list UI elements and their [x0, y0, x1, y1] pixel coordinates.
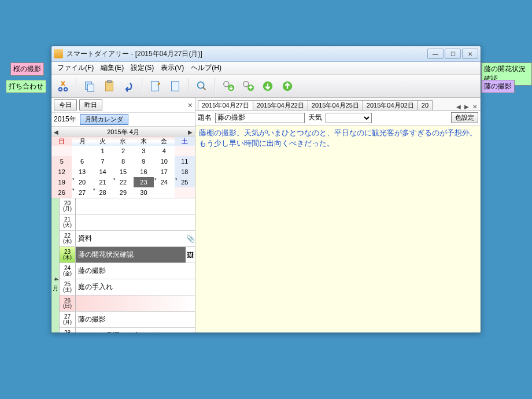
list-item[interactable]: 25(土)庭の手入れ — [60, 279, 195, 295]
cal-day[interactable]: 7 — [93, 156, 113, 167]
today-button[interactable]: 今日 — [54, 99, 77, 110]
cal-day[interactable] — [154, 187, 174, 198]
paste-icon[interactable] — [102, 79, 116, 93]
cal-day[interactable]: 18 — [175, 167, 195, 177]
weather-select[interactable] — [326, 113, 372, 123]
list-item[interactable]: 23(木)藤の開花状況確認🖼 — [60, 247, 195, 263]
close-button[interactable]: ✕ — [462, 49, 478, 59]
cal-day[interactable]: 5 — [51, 156, 72, 167]
menu-view[interactable]: 表示(V) — [157, 62, 187, 74]
svg-rect-6 — [152, 81, 159, 91]
cal-day[interactable]: 3 — [134, 146, 154, 156]
cal-day[interactable]: 15 — [113, 167, 133, 177]
list-item[interactable]: 22(水)資料📎 — [60, 231, 195, 247]
tab-scroll-right-icon[interactable]: ▶ — [463, 104, 470, 110]
yesterday-button[interactable]: 昨日 — [79, 99, 102, 110]
cal-day[interactable] — [175, 187, 195, 198]
cal-day[interactable]: 10 — [154, 156, 174, 167]
list-item[interactable]: 26(日) — [60, 295, 195, 312]
cal-day[interactable]: 25 — [175, 177, 195, 187]
cal-day[interactable]: 13 — [72, 167, 92, 177]
list-item[interactable]: 21(火) — [60, 215, 195, 231]
desktop-tag[interactable]: 藤の撮影 — [481, 80, 515, 93]
cal-day[interactable]: 12 — [51, 167, 72, 177]
menu-edit[interactable]: 編集(E) — [97, 62, 127, 74]
tab[interactable]: 2015年04月27日 — [198, 100, 253, 110]
undo-icon[interactable] — [122, 79, 136, 93]
cal-day[interactable]: 16 — [134, 167, 154, 177]
tab[interactable]: 2015年04月22日 — [253, 100, 308, 110]
month-calendar-button[interactable]: 月間カレンダ — [80, 114, 128, 125]
cal-day[interactable]: 19 — [51, 177, 72, 187]
search-down-icon[interactable] — [221, 79, 235, 93]
titlebar[interactable]: スマートダイアリー - [2015年04月27日(月)] — ☐ ✕ — [51, 46, 481, 62]
cal-day[interactable] — [72, 146, 92, 156]
cal-day[interactable] — [175, 146, 195, 156]
cal-day[interactable]: 4 — [154, 146, 174, 156]
menu-help[interactable]: ヘルプ(H) — [187, 62, 225, 74]
entry-text: 藤の撮影 — [76, 312, 195, 327]
menu-file[interactable]: ファイル(F) — [54, 62, 97, 74]
cal-day[interactable]: 11 — [175, 156, 195, 167]
down-icon[interactable] — [261, 79, 275, 93]
color-settings-button[interactable]: 色設定 — [451, 112, 478, 123]
entry-list: 4月20(月)21(火)22(水)資料📎23(木)藤の開花状況確認🖼24(金)藤… — [51, 198, 195, 332]
cal-day[interactable]: 6 — [72, 156, 92, 167]
svg-point-1 — [64, 87, 68, 91]
tab[interactable]: 2015年04月25日 — [308, 100, 363, 110]
cut-icon[interactable] — [56, 79, 70, 93]
cal-day[interactable]: 23 — [134, 177, 154, 187]
minimize-button[interactable]: — — [427, 49, 444, 59]
cal-day[interactable]: 22 — [113, 177, 133, 187]
cal-day[interactable]: 30 — [134, 187, 154, 198]
maximize-button[interactable]: ☐ — [445, 49, 461, 59]
cal-day[interactable] — [51, 146, 72, 156]
svg-rect-3 — [87, 84, 94, 91]
search-icon[interactable] — [195, 79, 209, 93]
doc-icon[interactable] — [168, 79, 182, 93]
desktop-tag[interactable]: 打ち合わせ — [6, 80, 46, 93]
cal-day[interactable]: 29 — [113, 187, 133, 198]
new-doc-icon[interactable] — [149, 79, 162, 93]
cal-day[interactable]: 9 — [134, 156, 154, 167]
cal-day[interactable]: 1 — [93, 146, 113, 156]
app-icon — [54, 49, 63, 58]
title-input[interactable] — [215, 113, 305, 123]
list-item[interactable]: 20(月) — [60, 198, 195, 215]
copy-icon[interactable] — [83, 79, 97, 93]
cal-day[interactable]: 26 — [51, 187, 72, 198]
cal-day[interactable]: 2 — [113, 146, 133, 156]
menubar: ファイル(F) 編集(E) 設定(S) 表示(V) ヘルプ(H) — [51, 62, 481, 75]
entry-text: 庭の手入れ — [76, 279, 195, 295]
cal-dow: 月 — [72, 136, 92, 146]
entry-body[interactable]: 藤棚の撮影。天気がいまひとつなのと、平日なのに観光客が多すぎるのが予想外。もう少… — [195, 125, 481, 332]
paperclip-icon: 📎 — [186, 231, 195, 246]
cal-day[interactable]: 27 — [72, 187, 92, 198]
cal-day[interactable]: 24 — [154, 177, 174, 187]
close-pane-icon[interactable]: × — [188, 101, 193, 110]
cal-day[interactable]: 14 — [93, 167, 113, 177]
desktop-tag[interactable]: 桜の撮影 — [10, 62, 44, 76]
cal-day[interactable]: 17 — [154, 167, 174, 177]
cal-prev-icon[interactable]: ◀ — [54, 127, 58, 138]
tab-scroll-left-icon[interactable]: ◀ — [455, 104, 462, 110]
cal-day[interactable]: 28 — [93, 187, 113, 198]
cal-day[interactable]: 21 — [93, 177, 113, 187]
cal-next-icon[interactable]: ▶ — [188, 127, 193, 138]
tab-close-icon[interactable]: ✕ — [471, 104, 478, 110]
list-item[interactable]: 28(火)どうやら見通しが立ちそう — [60, 328, 195, 332]
entry-date: 25(土) — [60, 279, 76, 295]
tab[interactable]: 20 — [418, 100, 433, 110]
title-label: 題名 — [198, 113, 212, 123]
cal-day[interactable]: 8 — [113, 156, 133, 167]
cal-day[interactable]: 20 — [72, 177, 92, 187]
list-item[interactable]: 27(月)藤の撮影 — [60, 312, 195, 328]
entry-text — [76, 295, 195, 311]
list-item[interactable]: 24(金)藤の撮影 — [60, 263, 195, 279]
up-icon[interactable] — [280, 79, 294, 93]
search-up-icon[interactable] — [241, 79, 255, 93]
right-pane: 2015年04月27日2015年04月22日2015年04月25日2015年04… — [195, 98, 481, 332]
menu-settings[interactable]: 設定(S) — [127, 62, 157, 74]
tab[interactable]: 2015年04月02日 — [363, 100, 418, 110]
cal-dow: 土 — [175, 136, 195, 146]
